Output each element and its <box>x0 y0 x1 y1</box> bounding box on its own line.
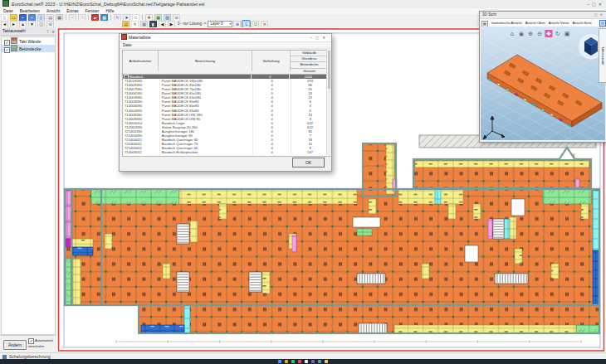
3d-title-bar[interactable]: 3D Sicht ▢✕ <box>480 12 606 19</box>
dialog-menu-bar: Datei <box>120 42 331 49</box>
change-button[interactable]: Ändern <box>3 340 27 350</box>
rotate-icon[interactable]: ↻ <box>555 31 560 37</box>
3d-window-controls[interactable]: ▢✕ <box>594 12 605 18</box>
stacked-header-label: Grundriss <box>291 56 328 62</box>
menu-item-hilfe[interactable]: Hilfe <box>105 8 114 13</box>
toolbar-spacer <box>55 21 121 22</box>
table-row[interactable]: 714000011Baudeck Eckkopfstütze0147 <box>123 150 330 154</box>
fit-icon[interactable]: ▣ <box>564 31 570 37</box>
taskbar-app-icon[interactable] <box>291 360 295 363</box>
zoom-out-icon[interactable]: ⊖ <box>537 31 542 37</box>
taskbar-app-icon[interactable] <box>318 360 321 363</box>
tree-item-takt-waende[interactable]: ✓Takt Wände <box>2 37 55 45</box>
menu-item-bearbeiten[interactable]: Bearbeiten <box>20 8 40 13</box>
wall-icon <box>11 37 17 44</box>
taskbar-app-icon[interactable] <box>325 360 328 363</box>
3d-menu-item-2[interactable]: Ansicht Oben <box>525 21 545 25</box>
cell-artikelnummer: 714000011 <box>123 150 160 154</box>
column-header-2[interactable]: Bezeichnung <box>159 51 252 71</box>
menu-item-datei[interactable]: Datei <box>3 8 13 13</box>
taskbar-app-icon[interactable] <box>285 360 288 363</box>
layer-combo[interactable]: Layer 0▾ <box>208 21 232 27</box>
toolbar-separator <box>110 14 111 20</box>
zoom-in-icon[interactable]: ⊕ <box>528 31 533 37</box>
chevron-down-icon: ▾ <box>229 22 231 27</box>
taskbar-app-icon[interactable] <box>311 360 315 363</box>
column-header-1[interactable]: Artikelnummer <box>123 51 159 71</box>
dialog-icon <box>121 34 127 40</box>
materialliste-dialog: Materialliste –▢✕ Datei ArtikelnummerBez… <box>119 33 332 172</box>
solution-label: 0 - nur Lösung -> <box>178 21 206 27</box>
tree-item-label: Takt Wände <box>19 39 41 44</box>
table-scrollbar[interactable] <box>326 50 331 155</box>
dialog-title-bar[interactable]: Materialliste –▢✕ <box>120 34 331 42</box>
takt-panel-header: Taktauswahl ⊤ ✕ <box>0 27 56 36</box>
pin-icon[interactable]: ⊤ <box>46 28 50 36</box>
tree-item-betondecke[interactable]: ✓Betondecke <box>2 45 55 52</box>
menu-item-ansicht[interactable]: Ansicht <box>46 8 60 13</box>
takt-panel-title: Taktauswahl <box>2 28 26 33</box>
3d-menu-item-4[interactable]: Ansicht Seite <box>572 21 591 25</box>
takt-panel-footer: Ändern ✓Automatisch einschalen <box>0 335 56 352</box>
takt-panel: Taktauswahl ⊤ ✕ ✓Takt Wände✓Betondecke Ä… <box>0 27 57 352</box>
tree-checkbox[interactable]: ✓ <box>4 47 10 53</box>
toolbar-separator <box>88 14 89 20</box>
dialog-menu-datei[interactable]: Datei <box>123 43 132 47</box>
taskbar-app-icon[interactable] <box>298 360 301 363</box>
cell-gesamt: 147 <box>291 150 330 154</box>
auto-checkbox-row[interactable]: ✓Automatisch einschalen <box>28 338 56 348</box>
slab-icon <box>11 45 17 51</box>
cell-bezeichnung: Baudeck Eckkopfstütze <box>160 150 254 154</box>
dimension-line <box>116 340 581 343</box>
close-icon[interactable]: ✕ <box>51 28 55 36</box>
cell-vorhaltung: 0 <box>253 150 291 154</box>
menu-item-fenster[interactable]: Fenster <box>85 8 99 13</box>
taskbar-app-icon[interactable] <box>278 360 281 363</box>
3d-panel-toggle-icon[interactable]: ▥ <box>599 20 606 27</box>
stacked-header-label: Gesamt <box>291 69 328 74</box>
3d-menu-item-1[interactable]: Isometrische Ansicht <box>491 21 522 25</box>
scrollbar-thumb[interactable] <box>328 51 330 89</box>
dialog-title: Materialliste <box>129 35 151 40</box>
window-title: EuroSchal.net® 2023 - U:\HEINZ\EuroSchal… <box>12 2 205 7</box>
tree-item-label: Betondecke <box>19 46 41 51</box>
3d-title: 3D Sicht <box>482 12 496 17</box>
auto-checkbox[interactable]: ✓ <box>28 338 34 344</box>
toolbar-separator <box>142 14 143 20</box>
column-header-3[interactable]: Vorhaltung <box>252 51 291 71</box>
menu-item-extras[interactable]: Extras <box>66 8 78 13</box>
home-icon[interactable]: ⌂ <box>511 31 514 37</box>
app-window: EuroSchal.net® 2023 - U:\HEINZ\EuroSchal… <box>0 0 606 364</box>
material-table[interactable]: ArtikelnummerBezeichnungVorhaltungGebäud… <box>122 50 330 157</box>
dialog-window-controls[interactable]: –▢✕ <box>310 34 329 41</box>
app-icon <box>2 0 9 7</box>
stacked-header-label: Gebäude <box>291 51 328 56</box>
collapsed-panel-tab[interactable]: Taktauswahl <box>599 28 606 83</box>
taskbar-app-icon[interactable] <box>305 360 308 363</box>
toolbar-separator <box>66 14 66 20</box>
pan-icon[interactable]: ✚ <box>546 31 551 37</box>
3d-menu-item-3[interactable]: Ansicht Vorne <box>549 21 569 25</box>
ok-button[interactable]: OK <box>292 158 325 167</box>
stacked-header-label: Betondecke <box>291 62 328 68</box>
windows-taskbar[interactable] <box>0 359 606 364</box>
orbit-icon[interactable]: ◉ <box>519 31 524 37</box>
window-controls[interactable]: –▢✕ <box>587 0 604 8</box>
stacked-column-header[interactable]: GebäudeGrundrissBetondeckeGesamt <box>291 51 328 74</box>
3d-viewport[interactable]: ⌂◉⊕⊖✚↻▣ <box>481 27 605 140</box>
3d-window: 3D Sicht ▢✕ ▦Isometrische AnsichtAnsicht… <box>479 11 606 143</box>
takt-tree: ✓Takt Wände✓Betondecke <box>1 36 56 335</box>
table-header: ArtikelnummerBezeichnungVorhaltungGebäud… <box>123 51 330 75</box>
